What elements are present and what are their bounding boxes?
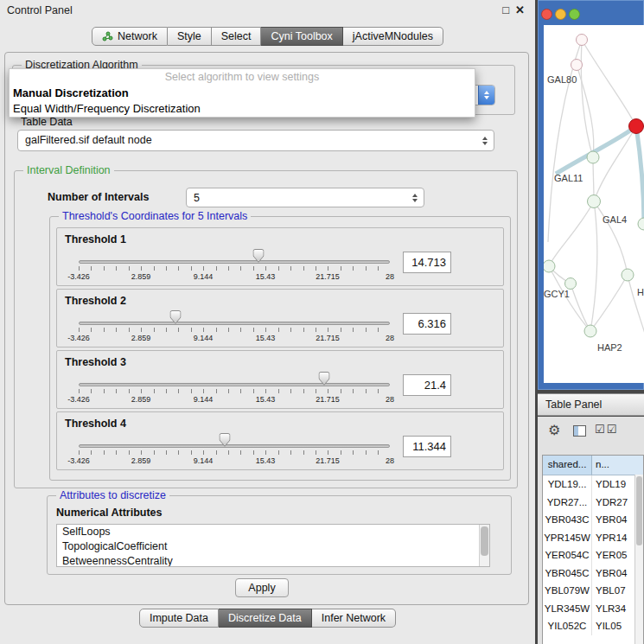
- cyni-toolbox-panel: Discretization Algorithm Select algorith…: [4, 52, 529, 605]
- tab-impute-data[interactable]: Impute Data: [139, 609, 219, 628]
- tick-label: 2.859: [131, 395, 151, 404]
- threshold-label: Threshold 1: [65, 233, 126, 245]
- slider-thumb[interactable]: [252, 249, 264, 263]
- tab-label: Discretize Data: [228, 609, 302, 628]
- threshold-value-input[interactable]: [403, 313, 451, 335]
- table-row[interactable]: YBR043CYBR04: [543, 511, 643, 529]
- close-traffic-light-icon[interactable]: [541, 9, 552, 20]
- slider-ticks: [79, 450, 391, 455]
- svg-text:GCY1: GCY1: [544, 289, 570, 299]
- combo-spinner-icon[interactable]: [412, 194, 418, 202]
- interval-definition-title: Interval Definition: [23, 164, 114, 176]
- table-panel: ⚙ ☑☑ shared... n... YDL19...YDL19YDR27..…: [538, 417, 644, 644]
- threshold-value-input[interactable]: [403, 436, 451, 457]
- column-header-shared-name[interactable]: shared...: [543, 456, 592, 475]
- tick-label: 28: [386, 272, 394, 281]
- tab-label: jActiveMNodules: [353, 28, 433, 46]
- combo-spinner-icon[interactable]: [482, 137, 488, 145]
- tick-label: -3.426: [67, 456, 90, 465]
- slider-zone[interactable]: [79, 310, 390, 326]
- table-scrollbar[interactable]: [634, 475, 643, 644]
- tick-label: 9.144: [194, 456, 214, 465]
- tab-network[interactable]: Network: [92, 27, 168, 46]
- table-row[interactable]: YBR045CYBR04: [543, 564, 643, 583]
- table-row[interactable]: YLR345WYLR34: [543, 600, 643, 618]
- num-intervals-label: Number of Intervals: [48, 191, 149, 203]
- svg-text:GAL11: GAL11: [554, 173, 583, 183]
- column-grid-icon[interactable]: [573, 425, 586, 437]
- table-row[interactable]: YPR145WYPR14: [543, 529, 643, 547]
- tick-label: -3.426: [67, 334, 90, 342]
- table-row[interactable]: YDL19...YDL19: [543, 475, 643, 494]
- gear-icon[interactable]: ⚙: [548, 422, 560, 438]
- tick-label: 9.144: [194, 334, 214, 342]
- table-data-combobox[interactable]: galFiltered.sif default node: [17, 130, 494, 151]
- threshold-label: Threshold 2: [65, 295, 126, 307]
- network-canvas[interactable]: GAL80 GAL11 GAL4 GCY1 HAP2 H: [544, 25, 644, 383]
- cyni-bottom-tabs: Impute Data Discretize Data Infer Networ…: [0, 609, 535, 628]
- tick-label: 28: [386, 456, 394, 465]
- slider-tick-labels: -3.4262.8599.14415.4321.71528: [79, 272, 390, 282]
- list-item[interactable]: TopologicalCoefficient: [57, 539, 489, 554]
- tick-label: 2.859: [131, 334, 151, 342]
- algorithm-option-manual[interactable]: Manual Discretization: [10, 86, 475, 101]
- tab-infer-network[interactable]: Infer Network: [312, 609, 396, 628]
- algorithm-placeholder: Select algorithm to view settings: [10, 69, 475, 86]
- threshold-label: Threshold 4: [65, 418, 126, 430]
- tick-label: 9.144: [194, 272, 214, 281]
- list-scrollbar[interactable]: [479, 525, 489, 566]
- attributes-group: Attributes to discretize Numerical Attri…: [47, 495, 512, 575]
- tab-style[interactable]: Style: [168, 27, 212, 46]
- slider-thumb[interactable]: [169, 310, 181, 324]
- slider-zone[interactable]: [79, 372, 390, 387]
- tab-discretize-data[interactable]: Discretize Data: [219, 609, 312, 628]
- table-row[interactable]: YER054CYER05: [543, 546, 643, 564]
- tick-label: 15.43: [256, 456, 276, 465]
- svg-text:GAL80: GAL80: [547, 74, 577, 85]
- list-item[interactable]: BetweennessCentrality: [57, 554, 489, 567]
- tick-label: 28: [386, 395, 394, 404]
- control-panel-tabs: Network Style Select Cyni Toolbox jActiv…: [0, 27, 535, 46]
- threshold-panel: Threshold 2 -3.4262.8599.14415.4321.7152…: [56, 289, 504, 348]
- tab-cyni-toolbox[interactable]: Cyni Toolbox: [261, 27, 342, 46]
- table-data-value: galFiltered.sif default node: [25, 131, 473, 150]
- table-panel-title: Table Panel: [538, 393, 644, 416]
- tab-jactivemodules[interactable]: jActiveMNodules: [343, 27, 443, 46]
- table-toolbar: ⚙ ☑☑: [538, 417, 644, 451]
- slider-ticks: [79, 328, 391, 332]
- numerical-attributes-label: Numerical Attributes: [56, 507, 162, 519]
- close-window-icon[interactable]: ✕: [515, 3, 525, 16]
- slider-thumb[interactable]: [319, 372, 330, 386]
- thresholds-container: Threshold 1 -3.4262.8599.14415.4321.7152…: [56, 227, 504, 473]
- interval-definition-group: Interval Definition Number of Intervals …: [14, 170, 518, 488]
- float-window-icon[interactable]: □: [502, 3, 509, 16]
- zoom-traffic-light-icon[interactable]: [569, 9, 580, 20]
- table-row[interactable]: YBL079WYBL07: [543, 582, 643, 600]
- slider-thumb[interactable]: [220, 433, 231, 447]
- minimize-traffic-light-icon[interactable]: [555, 9, 566, 20]
- num-intervals-combobox[interactable]: 5: [186, 188, 424, 207]
- threshold-value-input[interactable]: [403, 374, 451, 396]
- table-header-row: shared... n...: [543, 456, 643, 475]
- threshold-value-input[interactable]: [403, 252, 451, 273]
- combo-arrows-icon[interactable]: [478, 86, 494, 105]
- slider-zone[interactable]: [79, 249, 390, 265]
- table-row[interactable]: YDR27...YDR27: [543, 494, 643, 512]
- tab-label: Impute Data: [150, 609, 208, 628]
- list-item[interactable]: SelfLoops: [57, 525, 489, 539]
- network-view-window: GAL80 GAL11 GAL4 GCY1 HAP2 H: [538, 0, 644, 390]
- tab-label: Select: [221, 28, 252, 46]
- tick-label: 21.715: [316, 272, 340, 281]
- slider-zone[interactable]: [79, 433, 390, 449]
- column-header-name[interactable]: n...: [592, 456, 643, 475]
- tick-label: -3.426: [67, 395, 90, 404]
- table-row[interactable]: YIL052CYIL05: [543, 617, 643, 635]
- tab-select[interactable]: Select: [212, 27, 262, 46]
- apply-button[interactable]: Apply: [235, 578, 289, 597]
- screen: Control Panel □ ✕ Network Style Select C…: [0, 0, 644, 644]
- node-table-body: YDL19...YDL19YDR27...YDR27YBR043CYBR04YP…: [543, 475, 643, 635]
- select-columns-checkbox-icons[interactable]: ☑☑: [595, 423, 618, 436]
- algorithm-option-equal-width[interactable]: Equal Width/Frequency Discretization: [10, 101, 475, 117]
- svg-text:GAL4: GAL4: [603, 214, 627, 225]
- numeric-attributes-list[interactable]: SelfLoopsTopologicalCoefficientBetweenne…: [56, 524, 490, 567]
